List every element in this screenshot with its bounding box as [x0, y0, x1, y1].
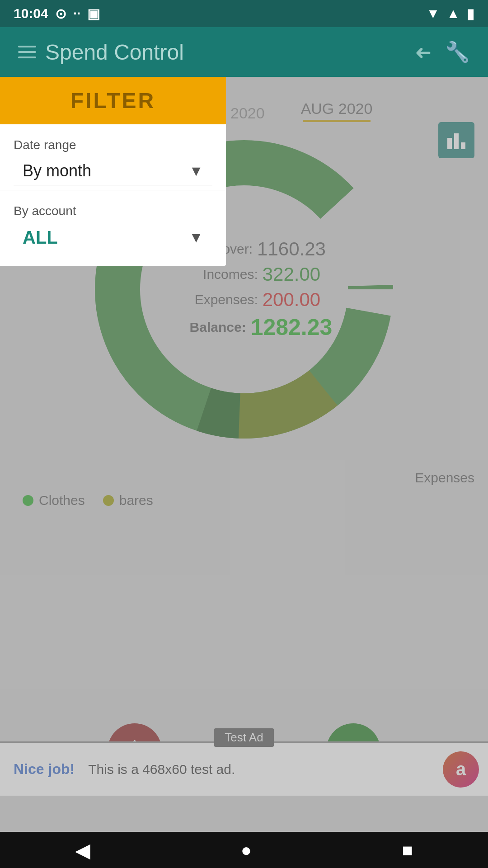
filter-title: FILTER — [70, 89, 155, 113]
main-content: 2020 AUG 2020 Carry over: 1160.23 — [0, 77, 488, 832]
sim-icon: ▣ — [87, 6, 100, 22]
by-account-arrow-icon: ▼ — [189, 229, 203, 246]
recents-button[interactable]: ■ — [402, 840, 413, 860]
status-bar: 10:04 ⊙ ·· ▣ ▼ ▲ ▮ — [0, 0, 488, 27]
by-account-section: By account ALL ▼ — [0, 190, 226, 266]
nav-right: ➜ 🔧 — [415, 40, 470, 64]
menu-icon[interactable] — [18, 46, 36, 58]
target-icon: ⊙ — [55, 6, 66, 22]
forward-icon[interactable]: ➜ — [415, 41, 432, 64]
date-range-label: Date range — [14, 138, 212, 152]
status-left: 10:04 ⊙ ·· ▣ — [14, 6, 100, 22]
wrench-icon[interactable]: 🔧 — [445, 40, 470, 64]
by-account-dropdown[interactable]: ALL ▼ — [14, 223, 212, 252]
wifi-icon: ▼ — [427, 6, 440, 21]
system-nav-bar: ◀ ● ■ — [0, 832, 488, 868]
date-range-arrow-icon: ▼ — [189, 163, 203, 179]
date-range-value: By month — [23, 161, 91, 180]
nav-left: Spend Control — [18, 40, 184, 65]
signal-icon: ▲ — [446, 6, 460, 21]
dots-icon: ·· — [73, 6, 81, 21]
date-range-section: Date range By month ▼ — [0, 124, 226, 190]
by-account-label: By account — [14, 204, 212, 218]
battery-icon: ▮ — [467, 6, 474, 22]
date-range-dropdown[interactable]: By month ▼ — [14, 157, 212, 185]
app-title: Spend Control — [45, 40, 184, 65]
back-button[interactable]: ◀ — [75, 839, 90, 862]
home-button[interactable]: ● — [241, 840, 252, 860]
status-right: ▼ ▲ ▮ — [427, 6, 474, 22]
by-account-value: ALL — [23, 227, 58, 248]
nav-bar: Spend Control ➜ 🔧 — [0, 27, 488, 77]
filter-header: FILTER — [0, 77, 226, 124]
time: 10:04 — [14, 6, 48, 21]
filter-panel: FILTER Date range By month ▼ By account … — [0, 77, 226, 266]
